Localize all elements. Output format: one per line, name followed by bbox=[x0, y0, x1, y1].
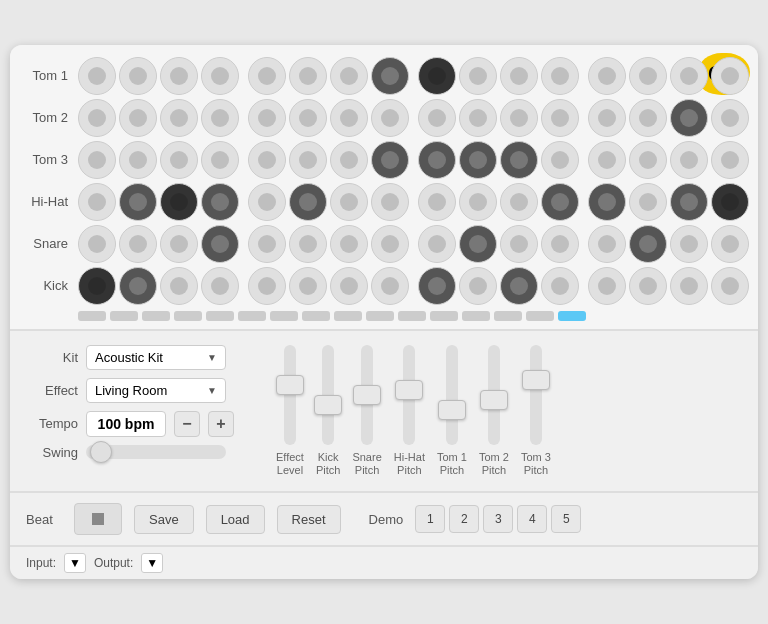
page-dot-11[interactable] bbox=[430, 311, 458, 321]
pad-4-6[interactable] bbox=[330, 225, 368, 263]
pad-3-7[interactable] bbox=[371, 183, 409, 221]
slider-track-4[interactable] bbox=[446, 345, 458, 445]
page-dot-7[interactable] bbox=[302, 311, 330, 321]
pad-3-11[interactable] bbox=[541, 183, 579, 221]
pad-0-4[interactable] bbox=[248, 57, 286, 95]
pad-1-5[interactable] bbox=[289, 99, 327, 137]
kit-dropdown[interactable]: Acoustic Kit ▼ bbox=[86, 345, 226, 370]
pad-2-8[interactable] bbox=[418, 141, 456, 179]
pad-3-3[interactable] bbox=[201, 183, 239, 221]
pad-0-14[interactable] bbox=[670, 57, 708, 95]
pad-2-4[interactable] bbox=[248, 141, 286, 179]
pad-4-5[interactable] bbox=[289, 225, 327, 263]
page-dot-0[interactable] bbox=[78, 311, 106, 321]
page-dot-10[interactable] bbox=[398, 311, 426, 321]
page-dot-3[interactable] bbox=[174, 311, 202, 321]
pad-0-8[interactable] bbox=[418, 57, 456, 95]
pad-3-2[interactable] bbox=[160, 183, 198, 221]
pad-4-13[interactable] bbox=[629, 225, 667, 263]
pad-0-11[interactable] bbox=[541, 57, 579, 95]
pad-3-4[interactable] bbox=[248, 183, 286, 221]
pad-1-8[interactable] bbox=[418, 99, 456, 137]
pad-0-3[interactable] bbox=[201, 57, 239, 95]
pad-4-7[interactable] bbox=[371, 225, 409, 263]
pad-2-10[interactable] bbox=[500, 141, 538, 179]
pad-2-12[interactable] bbox=[588, 141, 626, 179]
pad-0-12[interactable] bbox=[588, 57, 626, 95]
pad-5-12[interactable] bbox=[588, 267, 626, 305]
page-dot-15[interactable] bbox=[558, 311, 586, 321]
slider-thumb-3[interactable] bbox=[395, 380, 423, 400]
demo-button-2[interactable]: 2 bbox=[449, 505, 479, 533]
pad-0-2[interactable] bbox=[160, 57, 198, 95]
pad-2-7[interactable] bbox=[371, 141, 409, 179]
pad-2-5[interactable] bbox=[289, 141, 327, 179]
pad-0-13[interactable] bbox=[629, 57, 667, 95]
page-dot-9[interactable] bbox=[366, 311, 394, 321]
pad-5-7[interactable] bbox=[371, 267, 409, 305]
pad-2-15[interactable] bbox=[711, 141, 749, 179]
pad-1-1[interactable] bbox=[119, 99, 157, 137]
pad-4-8[interactable] bbox=[418, 225, 456, 263]
slider-track-1[interactable] bbox=[322, 345, 334, 445]
pad-1-9[interactable] bbox=[459, 99, 497, 137]
pad-3-13[interactable] bbox=[629, 183, 667, 221]
slider-thumb-4[interactable] bbox=[438, 400, 466, 420]
demo-button-3[interactable]: 3 bbox=[483, 505, 513, 533]
page-dot-5[interactable] bbox=[238, 311, 266, 321]
input-dropdown[interactable]: ▼ bbox=[64, 553, 86, 573]
slider-thumb-6[interactable] bbox=[522, 370, 550, 390]
pad-5-1[interactable] bbox=[119, 267, 157, 305]
pad-2-13[interactable] bbox=[629, 141, 667, 179]
pad-5-9[interactable] bbox=[459, 267, 497, 305]
pad-2-2[interactable] bbox=[160, 141, 198, 179]
pad-1-11[interactable] bbox=[541, 99, 579, 137]
output-dropdown[interactable]: ▼ bbox=[141, 553, 163, 573]
tempo-minus-button[interactable]: − bbox=[174, 411, 200, 437]
pad-0-15[interactable] bbox=[711, 57, 749, 95]
pad-3-9[interactable] bbox=[459, 183, 497, 221]
pad-0-7[interactable] bbox=[371, 57, 409, 95]
pad-1-12[interactable] bbox=[588, 99, 626, 137]
pad-2-9[interactable] bbox=[459, 141, 497, 179]
pad-1-7[interactable] bbox=[371, 99, 409, 137]
tempo-plus-button[interactable]: + bbox=[208, 411, 234, 437]
pad-1-13[interactable] bbox=[629, 99, 667, 137]
pad-1-14[interactable] bbox=[670, 99, 708, 137]
pad-5-3[interactable] bbox=[201, 267, 239, 305]
swing-slider[interactable] bbox=[86, 445, 226, 459]
pad-5-6[interactable] bbox=[330, 267, 368, 305]
pad-3-5[interactable] bbox=[289, 183, 327, 221]
slider-thumb-1[interactable] bbox=[314, 395, 342, 415]
save-button[interactable]: Save bbox=[134, 505, 194, 534]
pad-3-1[interactable] bbox=[119, 183, 157, 221]
pad-2-0[interactable] bbox=[78, 141, 116, 179]
slider-thumb-0[interactable] bbox=[276, 375, 304, 395]
slider-track-3[interactable] bbox=[403, 345, 415, 445]
pad-4-14[interactable] bbox=[670, 225, 708, 263]
pad-3-12[interactable] bbox=[588, 183, 626, 221]
pad-0-9[interactable] bbox=[459, 57, 497, 95]
pad-2-1[interactable] bbox=[119, 141, 157, 179]
pad-5-5[interactable] bbox=[289, 267, 327, 305]
pad-1-4[interactable] bbox=[248, 99, 286, 137]
pad-4-10[interactable] bbox=[500, 225, 538, 263]
pad-5-15[interactable] bbox=[711, 267, 749, 305]
pad-5-8[interactable] bbox=[418, 267, 456, 305]
pad-0-1[interactable] bbox=[119, 57, 157, 95]
pad-0-10[interactable] bbox=[500, 57, 538, 95]
pad-5-13[interactable] bbox=[629, 267, 667, 305]
page-dot-1[interactable] bbox=[110, 311, 138, 321]
pad-1-15[interactable] bbox=[711, 99, 749, 137]
pad-1-2[interactable] bbox=[160, 99, 198, 137]
pad-1-0[interactable] bbox=[78, 99, 116, 137]
pad-2-11[interactable] bbox=[541, 141, 579, 179]
pad-1-3[interactable] bbox=[201, 99, 239, 137]
play-button[interactable] bbox=[74, 503, 122, 535]
pad-4-1[interactable] bbox=[119, 225, 157, 263]
pad-5-11[interactable] bbox=[541, 267, 579, 305]
demo-button-1[interactable]: 1 bbox=[415, 505, 445, 533]
pad-0-0[interactable] bbox=[78, 57, 116, 95]
pad-3-6[interactable] bbox=[330, 183, 368, 221]
pad-5-2[interactable] bbox=[160, 267, 198, 305]
